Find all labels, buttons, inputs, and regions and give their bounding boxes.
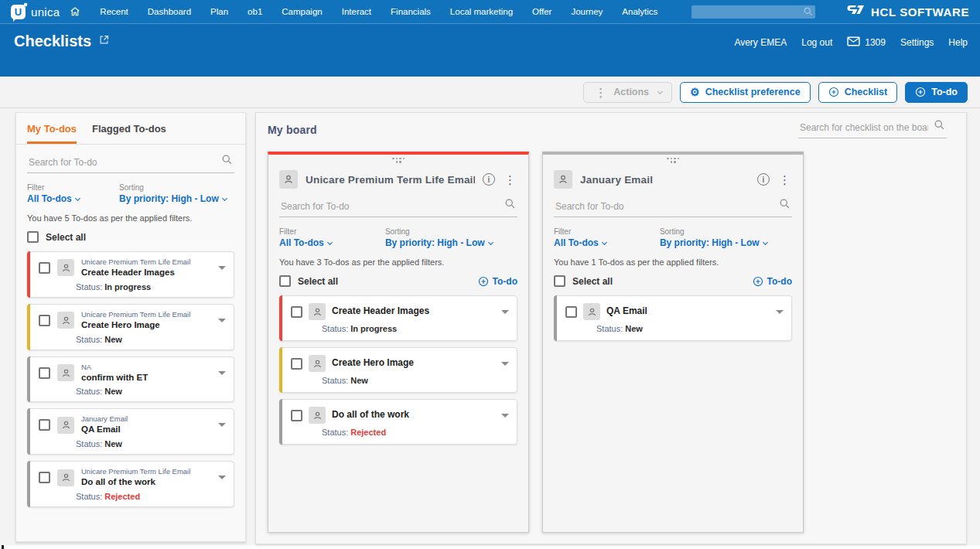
nav-item-offer[interactable]: Offer <box>532 7 551 16</box>
expand-caret-icon[interactable] <box>501 362 509 366</box>
drag-handle[interactable] <box>392 158 405 163</box>
expand-caret-icon[interactable] <box>501 414 509 418</box>
expand-caret-icon[interactable] <box>218 319 226 322</box>
sorting-dropdown[interactable]: By priority: High - Low <box>119 193 234 204</box>
tab-my-todos[interactable]: My To-dos <box>27 123 77 144</box>
add-todo-link[interactable]: To-do <box>753 276 792 287</box>
select-all-label: Select all <box>298 276 338 287</box>
assignee-avatar-icon <box>57 312 74 329</box>
select-all-checkbox[interactable] <box>279 275 291 287</box>
help-link[interactable]: Help <box>948 37 968 48</box>
todo-card[interactable]: QA Email Status:New <box>554 295 792 341</box>
checklist-title: Unicare Premium Term Life Email <box>306 174 475 186</box>
actions-button[interactable]: ⋮ Actions <box>583 82 672 103</box>
todo-card[interactable]: Create Header Images Status:In progress <box>279 295 517 341</box>
nav-item-analytics[interactable]: Analytics <box>622 7 657 16</box>
global-search-input[interactable] <box>691 5 815 19</box>
select-all-checkbox[interactable] <box>554 275 565 287</box>
filter-label: Filter <box>279 227 385 236</box>
todo-card[interactable]: NA confirm with ET Status:New <box>27 356 234 403</box>
expand-caret-icon[interactable] <box>776 310 784 314</box>
nav-item-ob1[interactable]: ob1 <box>248 7 262 16</box>
todo-title: Create Hero Image <box>81 319 211 331</box>
todos-sidebar: My To-dos Flagged To-dos Filter All To-d… <box>15 112 246 542</box>
todo-checkbox[interactable] <box>39 419 50 431</box>
expand-caret-icon[interactable] <box>218 266 226 270</box>
info-icon[interactable]: i <box>757 173 770 186</box>
notifications-link[interactable]: 1309 <box>847 36 886 49</box>
nav-item-campaign[interactable]: Campaign <box>282 7 322 16</box>
todo-checkbox[interactable] <box>39 472 50 483</box>
kebab-icon: ⋮ <box>593 87 608 98</box>
expand-caret-icon[interactable] <box>501 310 509 314</box>
todo-checkbox[interactable] <box>291 358 302 370</box>
todo-checkbox[interactable] <box>39 367 50 379</box>
home-icon[interactable] <box>69 5 81 18</box>
todo-card[interactable]: Create Hero Image Status:New <box>279 347 517 393</box>
sorting-dropdown[interactable]: By priority: High - Low <box>660 237 792 248</box>
expand-caret-icon[interactable] <box>218 476 226 479</box>
nav-item-journey[interactable]: Journey <box>571 7 603 16</box>
checklist-preference-button[interactable]: ⚙ Checklist preference <box>680 82 811 103</box>
my-board-panel: My board Unicare Premium Term Life Email… <box>255 112 967 544</box>
todo-card[interactable]: Unicare Premium Term Life Email Do all o… <box>27 461 234 507</box>
open-in-new-window-icon[interactable] <box>98 34 110 49</box>
filter-dropdown[interactable]: All To-dos <box>27 193 119 204</box>
status-label: Status: <box>76 439 102 448</box>
nav-item-dashboard[interactable]: Dashboard <box>148 7 191 16</box>
priority-strip <box>279 399 282 445</box>
todo-card[interactable]: Do all of the work Status:Rejected <box>279 399 517 445</box>
user-menu[interactable]: Avery EMEA <box>734 37 787 48</box>
todo-checkbox[interactable] <box>565 306 577 318</box>
nav-item-interact[interactable]: Interact <box>342 7 371 16</box>
kebab-menu-icon[interactable]: ⋮ <box>503 174 517 186</box>
status-value: Rejected <box>350 428 386 437</box>
filter-dropdown[interactable]: All To-dos <box>279 237 385 248</box>
status-value: New <box>625 324 643 333</box>
assignee-avatar-icon <box>309 303 326 320</box>
unica-logo-icon[interactable]: U <box>11 5 26 19</box>
nav-item-financials[interactable]: Financials <box>391 7 431 16</box>
todo-card[interactable]: January Email QA Email Status:New <box>27 408 234 455</box>
settings-link[interactable]: Settings <box>900 37 934 48</box>
todo-checkbox[interactable] <box>39 262 50 274</box>
column-search-input[interactable] <box>279 198 517 217</box>
expand-caret-icon[interactable] <box>218 423 226 427</box>
filter-dropdown[interactable]: All To-dos <box>554 237 660 248</box>
sidebar-search-input[interactable] <box>27 154 234 173</box>
add-todo-button[interactable]: To-do <box>905 82 968 103</box>
todo-card[interactable]: Unicare Premium Term Life Email Create H… <box>27 251 234 298</box>
kebab-menu-icon[interactable]: ⋮ <box>777 174 792 186</box>
select-all-checkbox[interactable] <box>27 231 39 243</box>
status-value: In progress <box>350 324 397 333</box>
todo-title: confirm with ET <box>81 372 211 384</box>
add-todo-link[interactable]: To-do <box>478 276 517 287</box>
tab-flagged-todos[interactable]: Flagged To-dos <box>92 123 166 144</box>
status-value: New <box>350 376 368 385</box>
todo-checkbox[interactable] <box>291 410 302 421</box>
drag-handle[interactable] <box>667 158 679 163</box>
expand-caret-icon[interactable] <box>218 371 226 375</box>
todo-card[interactable]: Unicare Premium Term Life Email Create H… <box>27 304 234 350</box>
column-search-input[interactable] <box>554 198 792 217</box>
todo-title: Do all of the work <box>81 476 211 488</box>
sorting-label: Sorting <box>385 227 517 236</box>
todo-checklist-name: Unicare Premium Term Life Email <box>81 310 211 319</box>
logout-link[interactable]: Log out <box>801 37 832 48</box>
sorting-dropdown[interactable]: By priority: High - Low <box>385 237 517 248</box>
nav-item-recent[interactable]: Recent <box>100 7 128 16</box>
search-icon <box>504 198 516 213</box>
todo-checkbox[interactable] <box>291 306 302 318</box>
todo-count-text: You have 3 To-dos as per the applied fil… <box>279 257 517 267</box>
nav-item-local-marketing[interactable]: Local marketing <box>450 7 513 16</box>
todo-checkbox[interactable] <box>39 315 50 326</box>
nav-item-plan[interactable]: Plan <box>210 7 228 16</box>
board-search-input[interactable] <box>798 119 947 138</box>
assignee-avatar-icon <box>57 417 74 434</box>
checklist-column: Unicare Premium Term Life Email i ⋮ Filt… <box>268 152 529 533</box>
select-all-label: Select all <box>572 276 613 287</box>
info-icon[interactable]: i <box>483 173 495 186</box>
assignee-avatar-icon <box>57 469 74 486</box>
add-checklist-button[interactable]: Checklist <box>818 82 898 103</box>
status-label: Status: <box>76 335 102 344</box>
